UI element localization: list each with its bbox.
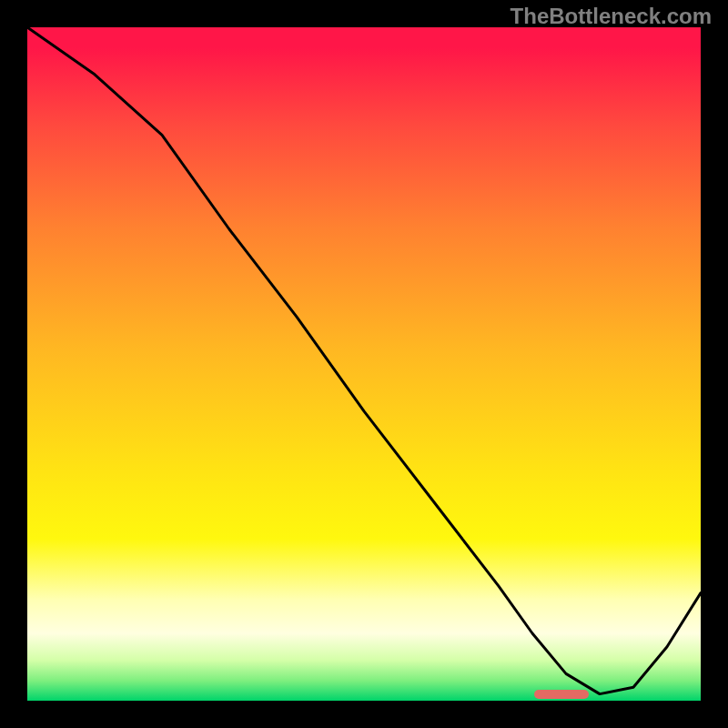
plot-area xyxy=(27,27,701,701)
bottleneck-curve-line xyxy=(27,27,701,694)
optimal-range-marker xyxy=(534,690,589,699)
figure-container: TheBottleneck.com xyxy=(0,0,728,728)
line-layer xyxy=(27,27,701,701)
watermark-text: TheBottleneck.com xyxy=(511,4,712,29)
